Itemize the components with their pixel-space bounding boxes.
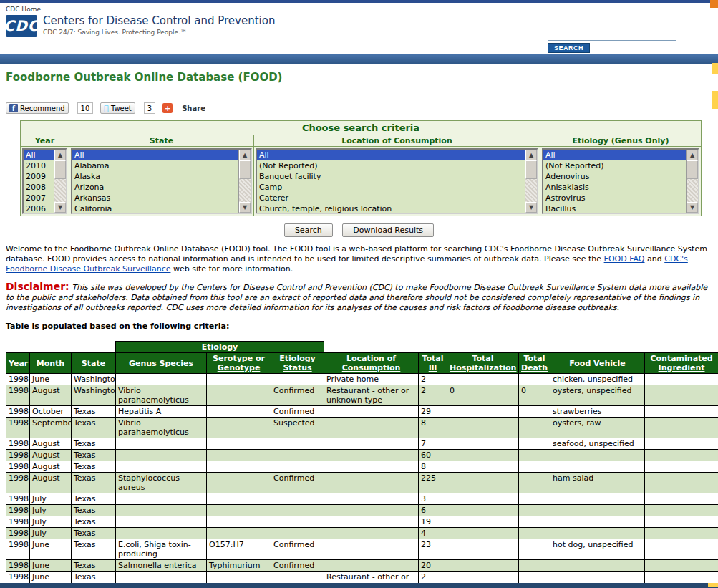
listbox-option[interactable]: 2010 [24, 160, 54, 171]
column-header-link[interactable]: Food Vehicle [569, 359, 626, 368]
listbox-option[interactable]: Anisakiasis [543, 182, 686, 193]
facebook-recommend-button[interactable]: f Recommend [6, 102, 69, 114]
state-scrollbar[interactable]: ▲▼ [238, 150, 251, 213]
share-icon[interactable]: + [162, 103, 173, 113]
footer-bar [0, 583, 718, 588]
cdc-logo[interactable]: CDC [6, 15, 37, 37]
listbox-option[interactable]: California [72, 203, 238, 213]
column-header-link[interactable]: Location of Consumption [342, 354, 401, 372]
column-header-link[interactable]: Genus Species [129, 359, 193, 368]
scroll-down-icon[interactable]: ▼ [687, 202, 698, 213]
table-cell [324, 438, 419, 450]
listbox-option[interactable]: All [543, 150, 686, 160]
table-cell [645, 560, 718, 572]
tweet-button[interactable]:  Tweet [100, 102, 135, 114]
listbox-option[interactable]: Alabama [72, 160, 238, 171]
column-header[interactable]: Location of Consumption [324, 353, 419, 374]
page-edge-marker [710, 0, 718, 8]
search-button[interactable]: Search [284, 223, 333, 237]
listbox-option[interactable]: Arkansas [72, 193, 238, 203]
listbox-option[interactable]: 2009 [24, 171, 54, 182]
column-header[interactable]: Year [6, 353, 30, 374]
table-cell [550, 493, 645, 505]
column-header[interactable]: Contaminated Ingredient [645, 353, 718, 374]
table-cell [207, 516, 271, 528]
table-cell [645, 438, 718, 450]
table-cell [116, 505, 207, 516]
listbox-option[interactable]: (Not Reported) [543, 160, 686, 171]
column-header-link[interactable]: Contaminated Ingredient [650, 354, 712, 372]
scroll-up-icon[interactable]: ▲ [687, 150, 698, 160]
listbox-option[interactable]: Bacillus [543, 203, 686, 213]
column-header[interactable]: Total Ill [419, 353, 447, 374]
table-row: 1998SeptemberTexasVibrio parahaemolyticu… [6, 418, 718, 438]
column-header-link[interactable]: Total Hospitalization [450, 354, 516, 372]
table-row: 1998JulyTexas4 [6, 528, 718, 539]
listbox-option[interactable]: Alaska [72, 171, 238, 182]
listbox-option[interactable]: Adenovirus [543, 171, 686, 182]
share-label[interactable]: Share [182, 105, 205, 112]
facebook-label: Recommend [20, 105, 65, 112]
year-listbox[interactable]: All20102009200820072006▲▼ [22, 148, 67, 214]
listbox-option[interactable]: 2007 [24, 193, 54, 203]
table-cell: 8 [419, 461, 447, 473]
column-header[interactable]: Genus Species [116, 353, 207, 374]
scroll-up-icon[interactable]: ▲ [239, 150, 251, 160]
table-cell [324, 516, 419, 528]
column-header[interactable]: State [72, 353, 116, 374]
column-header-link[interactable]: Serotype or Genotype [213, 354, 265, 372]
etiology-scrollbar[interactable]: ▲▼ [686, 150, 698, 213]
year-scrollbar[interactable]: ▲▼ [54, 150, 66, 213]
listbox-option[interactable]: Church, temple, religious location [257, 203, 525, 213]
table-cell [324, 505, 419, 516]
table-cell: Restaurant - other or unknown type [324, 385, 419, 406]
column-header[interactable]: Month [30, 353, 72, 374]
listbox-option[interactable]: Caterer [257, 193, 525, 203]
scroll-down-icon[interactable]: ▼ [239, 202, 251, 213]
listbox-option[interactable]: 2006 [24, 203, 54, 213]
column-header-link[interactable]: Total Ill [422, 354, 444, 372]
download-results-button[interactable]: Download Results [342, 223, 434, 237]
intro-text-2: and [645, 254, 665, 264]
scroll-down-icon[interactable]: ▼ [525, 202, 537, 213]
listbox-option[interactable]: 2008 [24, 182, 54, 193]
column-header[interactable]: Total Death [519, 353, 550, 374]
food-faq-link[interactable]: FOOD FAQ [604, 254, 645, 264]
location-listbox[interactable]: All(Not Reported)Banquet facilityCampCat… [256, 148, 538, 214]
listbox-option[interactable]: Arizona [72, 182, 238, 193]
scroll-up-icon[interactable]: ▲ [54, 150, 66, 160]
table-cell [207, 438, 271, 450]
etiology-listbox[interactable]: All(Not Reported)AdenovirusAnisakiasisAs… [542, 148, 699, 214]
table-cell: hot dog, unspecified [550, 539, 645, 560]
listbox-option[interactable]: Camp [257, 182, 525, 193]
column-header-link[interactable]: Total Death [521, 354, 548, 372]
header-search-button[interactable]: SEARCH [548, 43, 590, 53]
table-cell: 1998 [6, 374, 30, 385]
column-header-link[interactable]: Etiology Status [279, 354, 315, 372]
listbox-option[interactable]: (Not Reported) [257, 160, 525, 171]
listbox-option[interactable]: Banquet facility [257, 171, 525, 182]
listbox-option[interactable]: All [72, 150, 238, 160]
table-cell: Texas [72, 461, 116, 473]
table-cell: 3 [419, 493, 447, 505]
column-header[interactable]: Serotype or Genotype [207, 353, 271, 374]
location-scrollbar[interactable]: ▲▼ [525, 150, 537, 213]
state-listbox[interactable]: AllAlabamaAlaskaArizonaArkansasCaliforni… [71, 148, 252, 214]
table-cell [116, 528, 207, 539]
header-search-input[interactable] [548, 29, 676, 41]
scroll-down-icon[interactable]: ▼ [54, 202, 66, 213]
scroll-up-icon[interactable]: ▲ [525, 150, 537, 160]
social-bar: f Recommend 10  Tweet 3 + Share [6, 102, 718, 115]
column-header[interactable]: Total Hospitalization [447, 353, 519, 374]
column-header-link[interactable]: State [82, 359, 105, 368]
column-header-link[interactable]: Year [9, 359, 28, 368]
column-header[interactable]: Etiology Status [271, 353, 324, 374]
listbox-option[interactable]: All [257, 150, 525, 160]
table-cell [207, 461, 271, 473]
listbox-option[interactable]: All [24, 150, 54, 160]
listbox-option[interactable]: Astrovirus [543, 193, 686, 203]
column-header[interactable]: Food Vehicle [550, 353, 645, 374]
cdc-home-link[interactable]: CDC Home [6, 6, 41, 13]
column-header-link[interactable]: Month [37, 359, 64, 368]
table-cell [550, 528, 645, 539]
